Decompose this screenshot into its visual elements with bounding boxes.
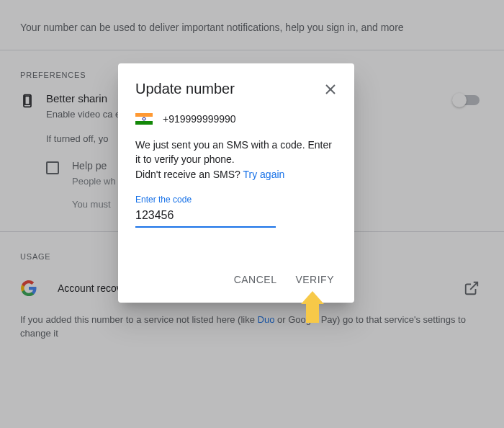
cancel-button[interactable]: CANCEL [231, 269, 280, 290]
update-number-dialog: Update number +919999999990 We just sent… [118, 63, 354, 303]
dialog-title: Update number [135, 81, 235, 97]
close-icon[interactable] [324, 83, 337, 96]
phone-number-value: +919999999990 [163, 113, 236, 125]
verify-button[interactable]: VERIFY [292, 269, 337, 290]
dialog-body-text: We just sent you an SMS with a code. Ent… [135, 138, 337, 182]
phone-display-row: +919999999990 [135, 113, 337, 125]
try-again-link[interactable]: Try again [243, 169, 285, 180]
code-input[interactable] [135, 206, 276, 228]
india-flag-icon [135, 113, 153, 125]
annotation-arrow-icon [301, 291, 324, 323]
code-input-label: Enter the code [135, 195, 337, 205]
